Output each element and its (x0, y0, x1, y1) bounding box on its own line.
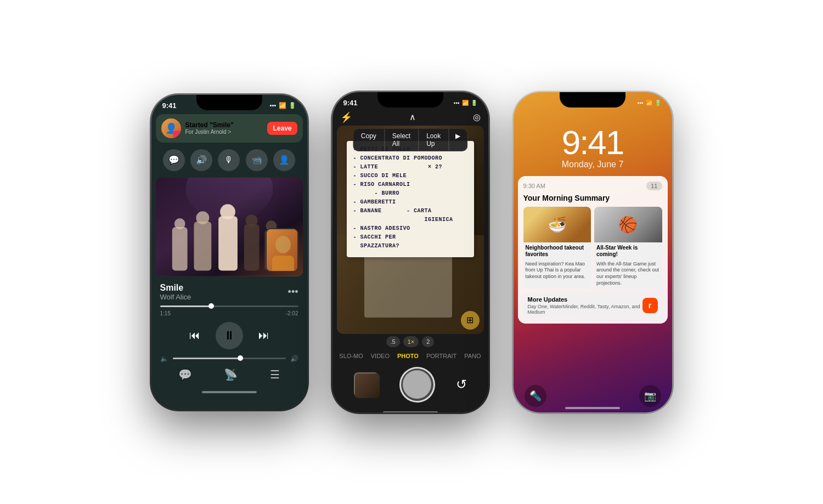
zoom-1x-button[interactable]: 1× (403, 336, 419, 347)
camera-button[interactable]: 📷 (639, 385, 661, 407)
progress-container[interactable] (151, 303, 307, 309)
chat-button[interactable]: 💬 (163, 149, 185, 171)
contact-avatar: 👤 🎵 (161, 118, 181, 138)
svg-rect-2 (172, 227, 187, 270)
note-line-5: - RISO CARNAROLI (353, 182, 467, 188)
home-bar-1 (202, 391, 257, 393)
svg-rect-8 (244, 224, 259, 270)
mic-button[interactable]: 🎙 (218, 149, 240, 171)
phone-2-screen: 9:41 ▪▪▪ 📶 🔋 ⚡ ∧ ◎ (332, 92, 488, 412)
note-line-8: - BANANE - CARTA (353, 208, 467, 214)
pause-button[interactable]: ⏸ (216, 322, 243, 349)
vol-down-icon: 🔈 (160, 355, 168, 363)
chevron-up-icon[interactable]: ∧ (409, 112, 416, 122)
lock-screen-content: ▪▪▪ 📶 🔋 🔒 9:41 Monday, June 7 9:30 AM 11 (514, 92, 672, 412)
song-info: Smile Wolf Alice ••• (151, 279, 307, 303)
song-details: Smile Wolf Alice (160, 283, 191, 301)
svg-point-7 (220, 204, 235, 219)
flashlight-button[interactable]: 🔦 (525, 385, 546, 407)
svg-rect-6 (218, 216, 238, 270)
time-row: 1:15 -2:02 (151, 309, 307, 318)
facetime-bar[interactable]: 👤 🎵 Started "Smile" For Justin Arnold > … (156, 114, 303, 143)
flip-camera-button[interactable]: ↺ (456, 377, 467, 392)
airplay-button[interactable]: 📡 (224, 368, 238, 381)
zoom-half-button[interactable]: .5 (386, 336, 400, 347)
note-line-4: - SUCCO DI MELE (353, 173, 467, 179)
more-options-button[interactable]: ••• (288, 286, 298, 298)
bottom-nav: 💬 📡 ☰ (151, 364, 307, 387)
select-all-button[interactable]: Select All (385, 129, 419, 151)
live-text-icon[interactable]: ⊞ (461, 311, 480, 330)
svg-point-9 (245, 214, 257, 226)
home-indicator-1 (151, 387, 307, 398)
leave-button[interactable]: Leave (267, 122, 297, 135)
news-body-2: With the All-Star Game just around the c… (594, 260, 662, 289)
video-mode[interactable]: VIDEO (371, 353, 390, 359)
progress-bar[interactable] (160, 305, 298, 307)
remaining-time: -2:02 (286, 310, 298, 316)
news-card-1[interactable]: Neighborhood takeout favorites Need insp… (523, 207, 591, 289)
note-line-3: - LATTE × 2? (353, 164, 467, 170)
notification-time: 9:30 AM (523, 183, 545, 189)
more-updates[interactable]: More Updates Day One, WaterMinder, Reddi… (523, 293, 662, 318)
volume-fill (173, 358, 241, 359)
notification-card[interactable]: 9:30 AM 11 Your Morning Summary Neighbor… (518, 176, 668, 324)
look-up-button[interactable]: Look Up (419, 129, 449, 151)
photo-thumbnail[interactable] (354, 372, 379, 397)
home-indicator-3 (565, 407, 620, 409)
svg-point-3 (174, 218, 185, 229)
shutter-inner (403, 370, 431, 399)
battery-icon-2: 🔋 (471, 100, 477, 106)
notification-header: 9:30 AM 11 (523, 182, 662, 190)
slo-mo-mode[interactable]: SLO-MO (339, 353, 363, 359)
home-bar-2 (383, 411, 438, 412)
zoom-2x-button[interactable]: 2 (422, 336, 434, 347)
copy-button[interactable]: Copy (353, 129, 385, 151)
note-line-7: - GAMBERETTI (353, 199, 467, 205)
facetime-info: Started "Smile" For Justin Arnold > (185, 121, 263, 135)
video-button[interactable]: 📹 (246, 149, 268, 171)
wifi-icon-2: 📶 (462, 100, 469, 106)
note-paper: - PETTI DI POLLO - CONCENTRATO DI POMODO… (347, 141, 474, 257)
phone-1-frame: 9:41 ▪▪▪ 📶 🔋 👤 🎵 Started "Smile" For Jus… (150, 93, 309, 411)
note-line-12: SPAZZATURA? (353, 243, 467, 249)
volume-bar[interactable] (173, 358, 286, 359)
note-line-9: IGIENICA (353, 217, 467, 223)
portrait-mode[interactable]: PORTRAIT (426, 353, 456, 359)
status-time-2: 9:41 (343, 99, 358, 107)
notification-title: Your Morning Summary (523, 194, 662, 202)
news-headline-2: All-Star Week is coming! (594, 242, 662, 260)
photo-mode[interactable]: PHOTO (397, 353, 419, 359)
news-image-2 (594, 207, 662, 242)
news-card-2[interactable]: All-Star Week is coming! With the All-St… (594, 207, 662, 289)
signal-icon-1: ▪▪▪ (270, 102, 277, 109)
queue-button[interactable]: ☰ (270, 368, 280, 381)
skip-forward-button[interactable]: ⏭ (258, 329, 269, 342)
more-updates-body: Day One, WaterMinder, Reddit, Tasty, Ama… (528, 304, 642, 315)
note-line-11: - SACCHI PER (353, 234, 467, 240)
phones-container: 9:41 ▪▪▪ 📶 🔋 👤 🎵 Started "Smile" For Jus… (139, 80, 685, 425)
facetime-controls: 💬 🔊 🎙 📹 👤 (151, 145, 307, 175)
status-icons-2: ▪▪▪ 📶 🔋 (454, 100, 477, 106)
playback-controls: ⏮ ⏸ ⏭ (151, 318, 307, 354)
note-line-2: - CONCENTRATO DI POMODORO (353, 155, 467, 161)
progress-dot (208, 303, 214, 309)
notch-3 (560, 92, 625, 107)
svg-point-13 (275, 236, 291, 253)
svg-rect-14 (272, 256, 294, 272)
current-time: 1:15 (160, 310, 171, 316)
reddit-icon: r (642, 298, 658, 313)
more-toolbar-button[interactable]: ▶ (449, 129, 467, 151)
timer-icon[interactable]: ◎ (473, 112, 481, 122)
rewind-button[interactable]: ⏮ (189, 329, 200, 342)
pano-mode[interactable]: PANO (464, 353, 481, 359)
news-grid: Neighborhood takeout favorites Need insp… (523, 207, 662, 289)
more-updates-text: More Updates Day One, WaterMinder, Reddi… (528, 296, 642, 315)
speaker-button[interactable]: 🔊 (190, 149, 212, 171)
lock-time: 9:41 (514, 123, 672, 160)
flash-icon[interactable]: ⚡ (340, 111, 352, 123)
person-button[interactable]: 👤 (273, 149, 295, 171)
lyrics-button[interactable]: 💬 (178, 368, 192, 381)
shutter-button[interactable] (399, 367, 435, 403)
camera-top-controls: ⚡ ∧ ◎ (332, 109, 488, 126)
